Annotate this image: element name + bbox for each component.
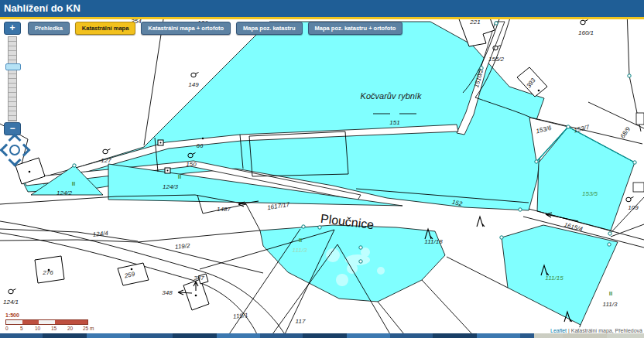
parcel-label: 111/3 (293, 247, 307, 254)
water-symbol (103, 149, 111, 154)
building-label: 347 (194, 275, 204, 282)
parcel-label: 111/15 (545, 275, 564, 282)
parcel-label: 1487 (217, 206, 231, 213)
parcel-label: 124/4 (92, 230, 108, 238)
parcel-label: 111/3 (603, 301, 618, 308)
layer-tabs: Přehledka Katastrální mapa Katastrální m… (28, 22, 402, 35)
tree-symbol (477, 217, 485, 227)
zoom-in-button[interactable]: + (4, 22, 21, 35)
parcel-label: 68/9 (619, 125, 632, 139)
tab-katastralni-mapa[interactable]: Katastrální mapa (75, 22, 135, 35)
culture-symbol: II (72, 180, 75, 187)
app-header: Nahlížení do KN (0, 0, 644, 19)
building-label: 348 (162, 289, 173, 296)
water-symbol (9, 289, 16, 294)
scale-tick: 10 (35, 326, 40, 331)
parcel-label: 124/3 (163, 183, 179, 190)
parcel-label: 150 (186, 161, 197, 168)
parcel-label: 153/5 (582, 190, 598, 197)
parcel-label: 111/18 (424, 238, 443, 245)
scale-tick: 15 (51, 326, 57, 331)
parcel-label: 117 (296, 318, 306, 325)
pan-center-icon[interactable] (9, 145, 20, 155)
zoom-slider-handle[interactable] (5, 63, 21, 70)
pan-compass (0, 134, 28, 169)
pan-down-icon[interactable] (9, 154, 22, 167)
scale-tick: 20 (67, 326, 73, 331)
parcel-label: 155/2 (488, 56, 505, 63)
parcel-label: 152 (451, 199, 463, 208)
water-symbol (581, 20, 588, 25)
building-label: 276 (42, 269, 53, 276)
scale-tick: 0 (5, 326, 9, 331)
culture-symbol: II (609, 290, 612, 297)
scale-tick: 5 (20, 326, 23, 331)
scale-tick: 25 m (83, 326, 94, 331)
app-window: 354 126 149 1510/2 Kočvarův rybník 151 2… (0, 0, 644, 338)
parcel-label: 119/1 (233, 312, 248, 320)
parcel-label: 221 (469, 19, 480, 26)
parcel-label: 149 (188, 81, 199, 88)
water-symbol (191, 73, 199, 77)
attribution-layers: | Katastrální mapa, Přehledová (567, 328, 642, 333)
parcel-label: 119/2 (175, 242, 191, 251)
parcel-label: 153/7 (574, 124, 591, 135)
tab-prehledka[interactable]: Přehledka (28, 22, 70, 35)
app-title: Nahlížení do KN (0, 0, 80, 17)
parcel-label: 127 (101, 157, 111, 164)
scale-ticks: 0 5 10 15 20 25 m (5, 326, 98, 332)
parcel-label: 160/1 (578, 29, 594, 36)
pond-name-label: Kočvarův rybník (361, 91, 422, 101)
water-symbol (626, 197, 634, 202)
culture-symbol: II (299, 237, 302, 244)
tile-strip (0, 333, 644, 338)
parcel-label: 124/1 (3, 299, 19, 306)
cadastral-map-canvas[interactable]: 354 126 149 1510/2 Kočvarův rybník 151 2… (0, 0, 644, 338)
parcel-label: 124/2 (57, 189, 73, 196)
culture-symbol: II (178, 173, 181, 180)
parcel-label: 66 (197, 142, 204, 149)
tab-mapa-poz-katastru[interactable]: Mapa poz. katastru (236, 22, 303, 35)
water-areas[interactable] (23, 22, 635, 325)
zoom-slider-track[interactable] (8, 36, 17, 121)
parcel-label: 151 (389, 119, 399, 126)
parcel-label: 109 (628, 204, 639, 211)
scale-ratio: 1:500 (5, 312, 98, 318)
scale-bar: 1:500 0 5 10 15 20 25 m (5, 312, 98, 332)
tab-katastralni-mapa-ortofoto[interactable]: Katastrální mapa + ortofoto (141, 22, 231, 35)
scale-segments (5, 319, 88, 325)
leaflet-link[interactable]: Leaflet (550, 328, 567, 333)
tab-mapa-poz-katastru-ortofoto[interactable]: Mapa poz. katastru + ortofoto (308, 22, 403, 35)
